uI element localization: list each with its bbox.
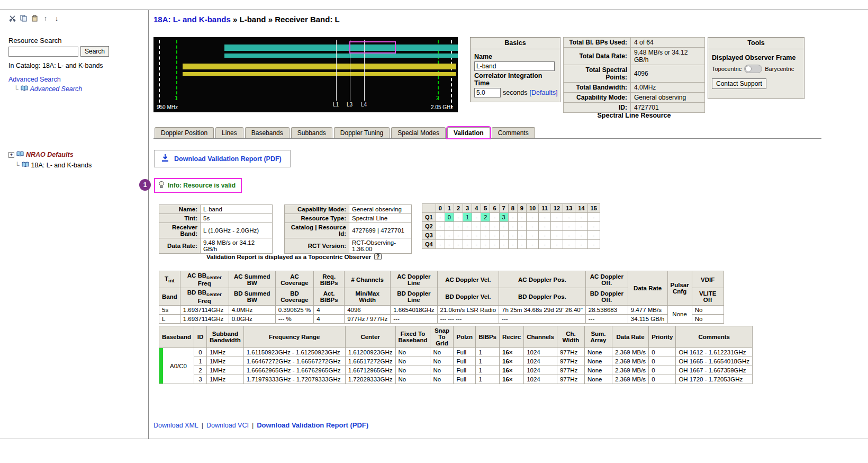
download-validation-report-button[interactable]: Download Validation Report (PDF) [154, 150, 291, 167]
download-vci-link[interactable]: Download VCI [206, 422, 249, 429]
copy-icon[interactable] [20, 14, 27, 22]
col-header-req-blbps: Req. BlBPs [314, 271, 345, 288]
summary-data-rate-value: 9.48 MB/s or 34.12 GB/h [201, 238, 273, 254]
move-up-icon[interactable]: ↑ [42, 14, 49, 22]
grid-col-header: 13 [563, 204, 575, 213]
col-header-id: ID [194, 326, 206, 348]
tab-basebands[interactable]: Basebands [245, 127, 290, 138]
summary-tint-value: 5s [201, 214, 273, 223]
act-blbps: 4 [314, 314, 345, 323]
center-frequency: 1.72029333GHz [345, 375, 395, 384]
snap-to-grid: No [430, 348, 454, 357]
grid-cell: - [550, 222, 563, 231]
col-header-tint: Tint [159, 271, 180, 288]
tree-expander-icon[interactable]: + [8, 152, 14, 158]
grid-cell: - [550, 240, 563, 249]
observer-note: Validation Report is displayed as a Topo… [206, 253, 382, 260]
cut-icon[interactable] [8, 14, 16, 22]
resource-search-input[interactable] [8, 47, 78, 57]
grid-col-header: 12 [550, 204, 563, 213]
data-rate: 2.369 MB/s [612, 366, 648, 375]
move-down-icon[interactable]: ↓ [53, 14, 60, 22]
advanced-search-link[interactable]: Advanced Search [8, 76, 61, 83]
channel-width: 977Hz [557, 357, 584, 366]
col-header-ac-bb-freq: AC BBcenter Freq [180, 271, 229, 288]
breadcrumb-separator: » [233, 15, 237, 24]
ac-coverage: 0.390625 % [275, 305, 313, 314]
summary-tint-label: Tint: [159, 214, 201, 223]
grid-cell: - [472, 222, 481, 231]
correlator-integration-time-field[interactable] [474, 88, 501, 97]
breadcrumb-catalog[interactable]: 18A: L- and K-bands [153, 15, 231, 24]
meta-catalog-resource-id-value: 4727699 | 4727701 [349, 223, 412, 238]
grid-row-header: Q1 [422, 213, 436, 222]
grid-col-header: 11 [539, 204, 551, 213]
tree-connector: └ [15, 162, 20, 169]
grid-cell: - [526, 231, 538, 240]
data-rate: 2.369 MB/s [612, 375, 648, 384]
grid-cell: - [490, 213, 499, 222]
edge-marker-1-label: 1 [175, 95, 178, 101]
total-bps-value: 4 of 64 [631, 38, 705, 48]
bottom-divider [0, 439, 868, 439]
grid-col-header: 6 [490, 204, 499, 213]
sum-array: None [584, 357, 612, 366]
comments: OH 1720 - 1.72053GHz [676, 375, 753, 384]
frequency-range: 1.66467272GHz - 1.66567272GHz [243, 357, 345, 366]
observer-frame-toggle[interactable] [744, 65, 762, 73]
tab-subbands[interactable]: Subbands [291, 127, 332, 138]
tab-comments[interactable]: Comments [492, 127, 535, 138]
resource-type-caption: Spectral Line Resource [563, 112, 705, 119]
col-header-ac-doppler-pos: AC Doppler Pos. [499, 271, 586, 288]
book-icon [21, 85, 28, 93]
tab-doppler-position[interactable]: Doppler Position [155, 127, 214, 138]
grid-cell: - [436, 231, 445, 240]
blbps: 1 [476, 357, 500, 366]
grid-col-header: 10 [526, 204, 538, 213]
download-validation-report-link[interactable]: Download Validation Report (PDF) [257, 421, 368, 429]
recirc: 16× [500, 366, 524, 375]
tools-title: Tools [708, 38, 804, 49]
resource-tabs: Doppler Position Lines Basebands Subband… [153, 127, 821, 139]
grid-cell: - [490, 240, 499, 249]
grid-cell: - [490, 231, 499, 240]
help-icon[interactable]: ? [374, 253, 382, 260]
plot-end-frequency: 2.05 GHz [431, 104, 453, 110]
center-frequency: 1.61200923GHz [345, 348, 395, 357]
resource-summary-table: Name:L-band Tint:5s Receiver Band:L (1.0… [159, 204, 273, 254]
col-header-subband-bandwidth: Subband Bandwidth [206, 326, 243, 348]
tab-doppler-tuning[interactable]: Doppler Tuning [334, 127, 390, 138]
grid-col-header: 1 [445, 204, 454, 213]
grid-cell: - [508, 240, 517, 249]
grid-cell: - [454, 231, 463, 240]
channel-width: 977Hz [557, 348, 584, 357]
download-xml-link[interactable]: Download XML [153, 422, 198, 429]
name-field[interactable] [474, 61, 555, 71]
line-marker-L1 [336, 40, 337, 101]
col-header-ch-width: Ch. Width [557, 326, 584, 348]
col-header-channels: Channels [524, 326, 557, 348]
grid-col-header: 9 [517, 204, 526, 213]
tab-special-modes[interactable]: Special Modes [391, 127, 446, 138]
tab-lines[interactable]: Lines [215, 127, 243, 138]
advanced-search-item[interactable]: Advanced Search [30, 85, 83, 93]
tree-item-nrao-defaults[interactable]: NRAO Defaults [26, 151, 74, 158]
meta-rct-version-label: RCT Version: [285, 238, 349, 254]
grid-cell: - [539, 240, 551, 249]
contact-support-button[interactable]: Contact Support [712, 78, 766, 89]
paste-icon[interactable] [31, 14, 38, 22]
channels: 1024 [524, 366, 557, 375]
grid-cell: - [499, 231, 508, 240]
tab-validation[interactable]: Validation [447, 127, 490, 138]
defaults-link[interactable]: [Defaults] [530, 89, 558, 96]
col-header-bd-summed-bw: BD Summed BW [229, 288, 275, 305]
ac-summed-bw: 4.0MHz [229, 305, 275, 314]
grid-cell: - [463, 231, 472, 240]
grid-cell: 2 [481, 213, 490, 222]
grid-cell: 3 [499, 213, 508, 222]
tree-item-catalog[interactable]: 18A: L- and K-bands [31, 162, 92, 169]
search-button[interactable]: Search [80, 46, 109, 57]
pulsar-cnfg: None [667, 305, 692, 323]
comments: OH 1612 - 1.612231GHz [676, 348, 753, 357]
grid-cell: - [499, 222, 508, 231]
